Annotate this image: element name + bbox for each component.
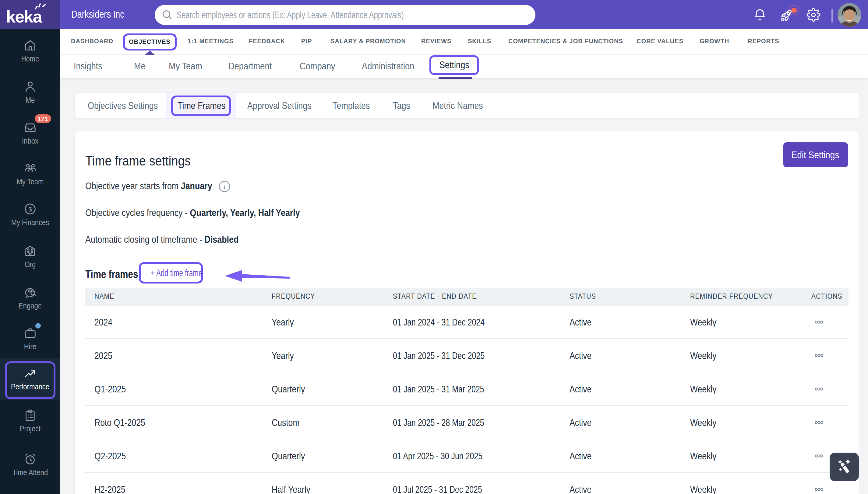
svg-text:$: $ xyxy=(28,206,32,213)
svg-text:i: i xyxy=(223,183,225,190)
